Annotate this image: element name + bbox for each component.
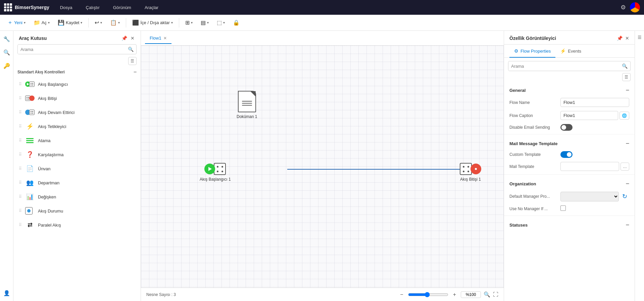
disable-email-toggle[interactable] [560, 124, 573, 131]
menu-calistir[interactable]: Çalıştır [83, 4, 102, 11]
mail-template-browse-btn[interactable]: … [621, 163, 629, 171]
properties-pin-icon[interactable]: 📌 [617, 36, 623, 41]
default-manager-field: Default Manager Pro... ↻ [504, 189, 635, 203]
user-avatar[interactable] [630, 2, 640, 12]
flow-name-input[interactable] [560, 98, 629, 107]
toolbox-item-departman[interactable]: ⠿ 👥 Departman [17, 176, 137, 190]
toolbox-search-input[interactable] [18, 45, 125, 54]
search-icon-btn[interactable]: 🔍 [1, 47, 12, 58]
akis-durumu-icon [25, 206, 35, 216]
akis-tetikleyici-label: Akış Tetikleyici [38, 124, 66, 129]
import-export-button[interactable]: ⬛ İçe / Dışa aktar ▾ [129, 17, 176, 28]
properties-panel: Özellik Görüntüleyici 📌 ✕ ⚙ Flow Propert… [504, 31, 635, 301]
default-manager-select[interactable] [560, 192, 619, 201]
canvas-tab-flow1[interactable]: Flow1 ✕ [145, 33, 171, 44]
end-fork-dot-2 [467, 166, 469, 168]
tab-flow-properties[interactable]: ⚙ Flow Properties [509, 45, 555, 58]
settings-icon[interactable]: ⚙ [621, 4, 626, 11]
toolbox-section-collapse[interactable]: − [134, 69, 137, 75]
mail-template-label: Mail Template [509, 164, 556, 169]
toolbox-item-akis-bitisi[interactable]: ⠿ Akış Bitişi [17, 91, 137, 105]
drag-handle-10: ⠿ [19, 208, 22, 213]
close-icon[interactable]: ✕ [130, 35, 135, 42]
drag-handle-11: ⠿ [19, 223, 22, 227]
properties-panel-header: Özellik Görüntüleyici 📌 ✕ [504, 31, 635, 45]
flow-caption-input[interactable] [560, 111, 618, 120]
default-manager-refresh-btn[interactable]: ↻ [620, 191, 629, 201]
new-button[interactable]: ＋ Yeni ▾ [4, 17, 29, 28]
toolbox-item-atama[interactable]: ⠿ Atama [17, 133, 137, 147]
toolbox-item-akis-tetikleyici[interactable]: ⠿ ⚡ Akış Tetikleyici [17, 119, 137, 133]
drag-handle-9: ⠿ [19, 194, 22, 199]
lock-button[interactable]: 🔒 [230, 17, 243, 28]
toolbox-view-toggle[interactable]: ☰ [128, 57, 137, 65]
toolbox-item-degisken[interactable]: ⠿ 📊 Değişken [17, 190, 137, 204]
toolbar: ＋ Yeni ▾ 📁 Aç ▾ 💾 Kaydet ▾ ↩ ▾ 📋 ▾ ⬛ İçe… [0, 15, 644, 31]
mail-template-input[interactable] [560, 162, 619, 171]
clipboard-button[interactable]: 📋 ▾ [107, 17, 123, 28]
akis-bitisi-label: Akış Bitişi [38, 96, 57, 101]
zoom-out-button[interactable]: − [398, 291, 405, 298]
canvas-content[interactable]: Doküman 1 Akış Başlangıcı 1 [141, 46, 504, 288]
left-icon-bar: 🔧 🔍 🔑 👤 [0, 31, 13, 301]
org-collapse-btn[interactable]: − [626, 181, 629, 187]
zoom-value-input[interactable] [461, 291, 481, 298]
statuses-collapse-btn[interactable]: − [626, 222, 629, 228]
custom-template-slider [560, 151, 573, 158]
start-node[interactable]: Akış Başlangıcı 1 [200, 163, 231, 182]
use-no-manager-checkbox[interactable] [560, 205, 566, 211]
save-button[interactable]: 💾 Kaydet ▾ [54, 17, 86, 28]
general-collapse-btn[interactable]: − [626, 87, 629, 93]
toolbox-item-akis-devam[interactable]: ⠿ Akış Devam Ettirici [17, 105, 137, 119]
toolbox-item-akis-baslangici[interactable]: ⠿ Akış Başlangıcı [17, 77, 137, 91]
logo-icon [4, 3, 12, 11]
properties-header-icons: 📌 ✕ [617, 36, 629, 41]
right-panel-icon-1[interactable]: ☰ [636, 34, 643, 41]
toolbox-item-paralel-akis[interactable]: ⠿ ⇄ Paralel Akış [17, 218, 137, 232]
properties-close-icon[interactable]: ✕ [625, 36, 629, 41]
properties-view-toggle[interactable]: ☰ [622, 73, 631, 81]
select-icon: ⬚ [217, 19, 222, 26]
undo-button[interactable]: ↩ ▾ [91, 17, 105, 28]
app-name: BimserSynergy [15, 5, 49, 10]
doc-icon-lines [239, 95, 255, 108]
toolbox-item-unvan[interactable]: ⠿ 📄 Ünvan [17, 162, 137, 176]
toolbox-title: Araç Kutusu [19, 36, 47, 41]
layout-button[interactable]: ▤ ▾ [197, 17, 212, 28]
use-no-manager-value [560, 205, 629, 212]
pin-icon[interactable]: 📌 [121, 35, 128, 42]
canvas-footer: Nesne Sayısı : 3 − + 🔍 ⛶ [141, 288, 504, 301]
mail-collapse-btn[interactable]: − [626, 140, 629, 146]
karsilastirma-icon: ❓ [25, 150, 35, 159]
toolbox-icon-btn[interactable]: 🔧 [1, 34, 12, 44]
select-button[interactable]: ⬚ ▾ [213, 17, 228, 28]
toolbox-search-box: 🔍 [17, 44, 137, 54]
key-icon-btn[interactable]: 🔑 [1, 60, 12, 71]
doc-node[interactable]: Doküman 1 [237, 91, 257, 119]
custom-template-value [560, 151, 629, 158]
end-node[interactable]: Akış Bitişi 1 [460, 163, 481, 182]
canvas-tab-close[interactable]: ✕ [163, 36, 167, 41]
person-icon-btn[interactable]: 👤 [1, 288, 12, 298]
clipboard-icon: 📋 [110, 19, 117, 26]
toolbox-item-karsilastirma[interactable]: ⠿ ❓ Karşılaştırma [17, 147, 137, 162]
menu-dosya[interactable]: Dosya [57, 4, 75, 11]
properties-search-input[interactable] [508, 62, 619, 71]
zoom-fit-icon[interactable]: 🔍 [484, 291, 490, 298]
open-button[interactable]: 📁 Aç ▾ [30, 17, 53, 28]
plus-icon: ＋ [7, 19, 13, 26]
menu-araclar[interactable]: Araçlar [142, 4, 161, 11]
flow-caption-translate-btn[interactable]: 🌐 [620, 112, 629, 120]
org-section-title: Organization [509, 181, 536, 186]
zoom-slider[interactable] [408, 292, 448, 297]
zoom-in-button[interactable]: + [451, 291, 458, 298]
tab-events[interactable]: ⚡ Events [555, 45, 586, 58]
use-no-manager-label: Use No Manager If ... [509, 206, 556, 211]
custom-template-toggle[interactable] [560, 151, 573, 158]
default-manager-value: ↻ [560, 191, 629, 201]
org-section-header: Organization − [504, 176, 635, 189]
toolbox-item-akis-durumu[interactable]: ⠿ Akış Durumu [17, 204, 137, 218]
zoom-fullscreen-icon[interactable]: ⛶ [493, 292, 498, 298]
grid-button[interactable]: ⊞ ▾ [182, 17, 196, 28]
menu-gorunum[interactable]: Görünüm [110, 4, 134, 11]
